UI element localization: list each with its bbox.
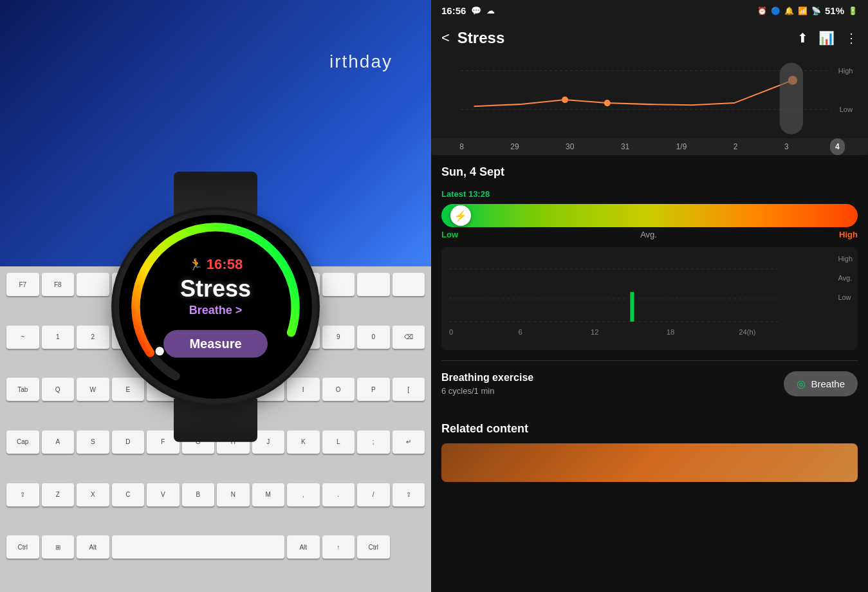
svg-text:0: 0: [449, 328, 453, 336]
date-4-active[interactable]: 4: [830, 138, 845, 155]
key-f9[interactable]: [77, 273, 109, 296]
svg-point-2: [155, 347, 163, 355]
back-button[interactable]: <: [441, 30, 450, 46]
watch-screen: 🏃 16:58 Stress Breathe > Measure: [119, 215, 312, 399]
daily-high-label: High: [838, 255, 853, 263]
watch-breathe-label: Breathe >: [189, 304, 243, 317]
svg-text:6: 6: [518, 328, 522, 336]
whatsapp-icon: 💬: [471, 6, 481, 15]
related-content-title: Related content: [441, 422, 858, 436]
key-q[interactable]: Q: [42, 378, 75, 401]
key-rshift[interactable]: ⇧: [392, 483, 425, 506]
date-29: 29: [505, 138, 524, 155]
key-f8[interactable]: F8: [42, 273, 75, 296]
key-l[interactable]: L: [322, 430, 355, 454]
key-1[interactable]: 1: [42, 326, 75, 349]
app-title: Stress: [457, 29, 504, 47]
bar-label-low: Low: [441, 230, 458, 239]
date-heading: Sun, 4 Sept: [441, 165, 858, 179]
bar-label-high: High: [839, 230, 858, 239]
svg-text:Low: Low: [840, 106, 853, 113]
bluetooth-icon: 🔵: [771, 6, 780, 15]
watch-stress-label: Stress: [180, 275, 251, 302]
stress-bar: ⚡: [441, 204, 858, 227]
key-tilde[interactable]: ~: [6, 326, 39, 349]
watch-container: 🏃 16:58 Stress Breathe > Measure: [106, 172, 325, 442]
key-x[interactable]: X: [77, 483, 109, 506]
share-button[interactable]: ⬆: [797, 30, 808, 46]
key-p[interactable]: P: [357, 378, 390, 401]
key-up[interactable]: ↑: [322, 535, 355, 559]
header-left: < Stress: [441, 29, 504, 47]
key-period[interactable]: .: [322, 483, 355, 506]
key-semi[interactable]: ;: [357, 430, 390, 454]
key-2[interactable]: 2: [77, 326, 109, 349]
watch-measure-button[interactable]: Measure: [163, 330, 267, 358]
key-s[interactable]: S: [77, 430, 109, 454]
weekly-chart-svg: High Low: [441, 55, 858, 138]
svg-text:High: High: [838, 67, 853, 75]
key-tab[interactable]: Tab: [6, 378, 39, 401]
cloud-icon: ☁: [486, 6, 495, 15]
wifi-icon: 📶: [798, 6, 808, 15]
date-1-9: 1/9: [671, 138, 692, 155]
stress-bar-container: ⚡ Low Avg. High: [441, 204, 858, 239]
related-content-preview: [441, 443, 858, 482]
key-z[interactable]: Z: [42, 483, 75, 506]
date-30: 30: [560, 138, 579, 155]
key-0[interactable]: 0: [357, 326, 390, 349]
daily-chart-svg: 0 6 12 18 24(h): [449, 255, 818, 342]
related-section: Related content: [441, 417, 858, 482]
breathe-button-label: Breathe: [811, 378, 845, 389]
date-3: 3: [779, 138, 794, 155]
chart-button[interactable]: 📊: [818, 30, 835, 46]
key-pgup[interactable]: [322, 273, 355, 296]
bar-label-avg: Avg.: [640, 230, 657, 239]
status-right: ⏰ 🔵 🔔 📶 📡 51% 🔋: [757, 5, 858, 16]
key-end[interactable]: [357, 273, 390, 296]
volume-icon: 🔔: [784, 6, 794, 15]
date-31: 31: [616, 138, 634, 155]
key-bracket[interactable]: [: [392, 378, 425, 401]
key-v[interactable]: V: [147, 483, 180, 506]
key-backspace[interactable]: ⌫: [392, 326, 425, 349]
app-header: < Stress ⬆ 📊 ⋮: [431, 21, 868, 55]
key-ralt[interactable]: Alt: [287, 535, 320, 559]
key-enter[interactable]: ↵: [392, 430, 425, 454]
svg-text:18: 18: [667, 328, 675, 336]
key-m[interactable]: M: [252, 483, 285, 506]
key-rctrl[interactable]: Ctrl: [357, 535, 390, 559]
key-b[interactable]: B: [182, 483, 215, 506]
date-2: 2: [728, 138, 743, 155]
key-space[interactable]: [112, 535, 285, 559]
key-a[interactable]: A: [42, 430, 75, 454]
key-alt[interactable]: Alt: [77, 535, 109, 559]
key-slash[interactable]: /: [357, 483, 390, 506]
more-button[interactable]: ⋮: [845, 30, 858, 46]
key-caps[interactable]: Cap: [6, 430, 39, 454]
key-comma[interactable]: ,: [287, 483, 320, 506]
key-shift[interactable]: ⇧: [6, 483, 39, 506]
watch-band-bottom: [174, 399, 257, 442]
signal-icon: 📡: [811, 6, 821, 15]
key-ctrl[interactable]: Ctrl: [6, 535, 39, 559]
status-time: 16:56: [441, 5, 466, 16]
watch-time: 🏃 16:58: [189, 256, 243, 273]
key-o[interactable]: O: [322, 378, 355, 401]
key-9[interactable]: 9: [322, 326, 355, 349]
key-c[interactable]: C: [112, 483, 145, 506]
stress-indicator: ⚡: [450, 205, 471, 226]
header-right: ⬆ 📊 ⋮: [797, 30, 858, 46]
key-win[interactable]: ⊞: [42, 535, 75, 559]
breathe-button[interactable]: ◎ Breathe: [784, 371, 858, 396]
svg-rect-10: [780, 62, 803, 134]
key-f7[interactable]: F7: [6, 273, 39, 296]
key-pgdn[interactable]: [392, 273, 425, 296]
key-w[interactable]: W: [77, 378, 109, 401]
key-n[interactable]: N: [217, 483, 250, 506]
left-panel: irthday F7 F8 F10 F11 F12 ~ 1 2 3 4 5 6 …: [0, 0, 431, 592]
latest-label: Latest 13:28: [441, 189, 858, 199]
right-panel: 16:56 💬 ☁ ⏰ 🔵 🔔 📶 📡 51% 🔋 < Stress ⬆ 📊 ⋮: [431, 0, 868, 592]
breathe-section: Breathing exercise 6 cycles/1 min ◎ Brea…: [441, 360, 858, 407]
content-area: Sun, 4 Sept Latest 13:28 ⚡ Low Avg. High…: [431, 155, 868, 592]
